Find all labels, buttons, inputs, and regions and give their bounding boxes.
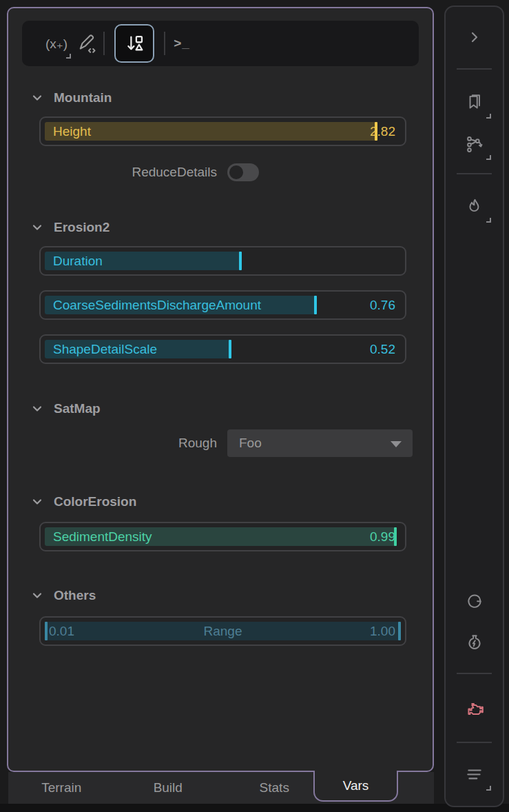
console-button[interactable]: >_ [167,27,197,60]
bookmark-icon [465,93,484,112]
vars-panel: (x₊) >_ [7,7,434,772]
corner-expand-icon [486,114,491,119]
slider-label: Height [53,124,91,139]
collapse-panel-button[interactable] [459,22,490,52]
section-header-others[interactable]: Others [30,587,433,604]
slider-label: ShapeDetailScale [53,342,157,357]
section-header-satmap[interactable]: SatMap [30,400,433,417]
sidebar-divider [457,68,492,70]
tab-vars[interactable]: Vars [313,771,398,802]
section-title: Others [54,588,96,603]
slider-caret[interactable] [375,122,377,141]
right-sidebar [444,6,504,807]
chevron-down-icon [30,589,44,602]
dropdown-arrow-icon [391,441,402,447]
slider-value: 2.82 [370,124,395,139]
edit-expression-button[interactable] [72,27,102,60]
slider-caret[interactable] [239,252,242,270]
slider-caret[interactable] [229,340,231,358]
slider-height[interactable]: Height 2.82 [39,116,406,146]
slider-track: ShapeDetailScale 0.52 [45,340,401,358]
corner-expand-icon [486,218,491,223]
corner-expand-icon [66,54,71,59]
app-window: (x₊) >_ [0,0,509,812]
chevron-down-icon [30,495,44,509]
rough-dropdown[interactable]: Foo [227,429,413,457]
section-header-colorerosion[interactable]: ColorErosion [30,494,433,510]
corner-expand-icon [486,786,491,791]
slider-track: 0.01 Range 1.00 [45,622,401,640]
node-graph-button[interactable] [459,129,490,159]
section-title: Mountain [54,90,112,105]
tab-build[interactable]: Build [115,772,222,804]
flame-button[interactable] [459,192,490,222]
toggle-knob [229,165,243,179]
engine-warning-icon [465,700,484,719]
range-min-caret[interactable] [45,622,48,640]
history-loop-icon [465,591,484,611]
sort-variables-icon [124,33,145,54]
reduce-details-toggle[interactable] [227,163,259,181]
range-max-value: 1.00 [370,624,395,639]
slider-sediment-density[interactable]: SedimentDensity 0.99 [39,522,406,551]
vars-toolbar: (x₊) >_ [22,21,419,66]
slider-label: CoarseSedimentsDischargeAmount [53,298,261,313]
flask-button[interactable] [459,627,490,658]
chevron-down-icon [30,221,44,234]
tab-label: Vars [343,778,369,793]
range-min-value: 0.01 [49,624,74,639]
sidebar-divider [457,673,492,674]
slider-track: SedimentDensity 0.99 [45,527,401,546]
tab-stats[interactable]: Stats [221,772,328,804]
rough-row: Rough Foo [39,429,433,457]
slider-coarse-sediments[interactable]: CoarseSedimentsDischargeAmount 0.76 [39,290,406,320]
tab-terrain[interactable]: Terrain [8,772,115,804]
sort-variables-button[interactable] [114,24,154,63]
section-title: SatMap [54,401,101,416]
slider-label: Range [204,624,242,639]
section-header-erosion2[interactable]: Erosion2 [30,219,433,236]
toolbar-separator [103,32,105,55]
slider-label: Duration [53,254,103,269]
chevron-down-icon [30,91,44,105]
flask-bolt-icon [465,633,484,652]
dropdown-label: Rough [39,436,217,451]
tab-label: Terrain [41,780,81,795]
range-max-caret[interactable] [398,622,401,640]
chevron-right-icon [466,29,483,45]
console-icon: >_ [174,36,190,51]
menu-lines-icon [465,765,484,784]
slider-label: SedimentDensity [53,529,152,545]
section-title: ColorErosion [54,494,136,509]
toggle-label: ReduceDetails [39,165,217,180]
add-variable-icon: (x₊) [45,36,67,52]
slider-fill [45,122,376,141]
slider-value: 0.52 [370,342,395,357]
slider-caret[interactable] [394,527,397,546]
slider-value: 0.76 [370,298,395,313]
flame-icon [465,197,484,216]
reduce-details-row: ReduceDetails [39,163,433,181]
bookmarks-button[interactable] [459,88,490,118]
section-title: Erosion2 [54,220,110,235]
sidebar-divider [457,742,492,743]
engine-button[interactable] [459,694,490,724]
tab-label: Stats [260,780,289,795]
node-graph-icon [465,134,484,154]
slider-value: 0.99 [370,529,395,545]
slider-range[interactable]: 0.01 Range 1.00 [39,616,406,646]
corner-expand-icon [486,155,491,160]
slider-track: Duration [45,252,401,270]
bottom-strip [0,804,509,812]
dropdown-selected-value: Foo [239,436,262,451]
menu-button[interactable] [459,760,490,790]
slider-shape-detail-scale[interactable]: ShapeDetailScale 0.52 [39,334,406,364]
slider-duration[interactable]: Duration [39,246,406,276]
toolbar-separator [164,32,165,55]
add-variable-button[interactable]: (x₊) [41,27,72,60]
tab-label: Build [154,780,183,795]
history-button[interactable] [459,586,490,616]
sidebar-divider [457,173,492,174]
section-header-mountain[interactable]: Mountain [30,90,433,106]
slider-caret[interactable] [314,296,317,314]
